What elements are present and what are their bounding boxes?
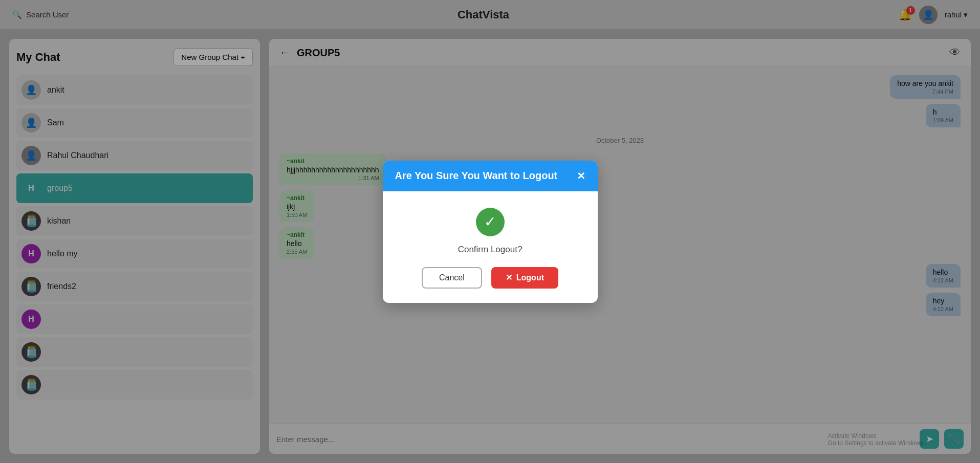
- modal-body: ✓ Confirm Logout? Cancel ✕ Logout: [383, 191, 598, 303]
- modal-overlay: Are You Sure You Want to Logout ✕ ✓ Conf…: [0, 0, 980, 463]
- modal-confirm-text: Confirm Logout?: [458, 245, 522, 255]
- modal-title: Are You Sure You Want to Logout: [395, 170, 558, 182]
- modal-header: Are You Sure You Want to Logout ✕: [383, 161, 598, 191]
- cancel-button[interactable]: Cancel: [422, 267, 482, 289]
- modal-actions: Cancel ✕ Logout: [422, 267, 558, 289]
- logout-modal: Are You Sure You Want to Logout ✕ ✓ Conf…: [383, 161, 598, 303]
- logout-button[interactable]: ✕ Logout: [491, 267, 558, 289]
- modal-close-button[interactable]: ✕: [577, 170, 585, 182]
- x-icon: ✕: [506, 273, 512, 282]
- check-icon: ✓: [476, 208, 505, 236]
